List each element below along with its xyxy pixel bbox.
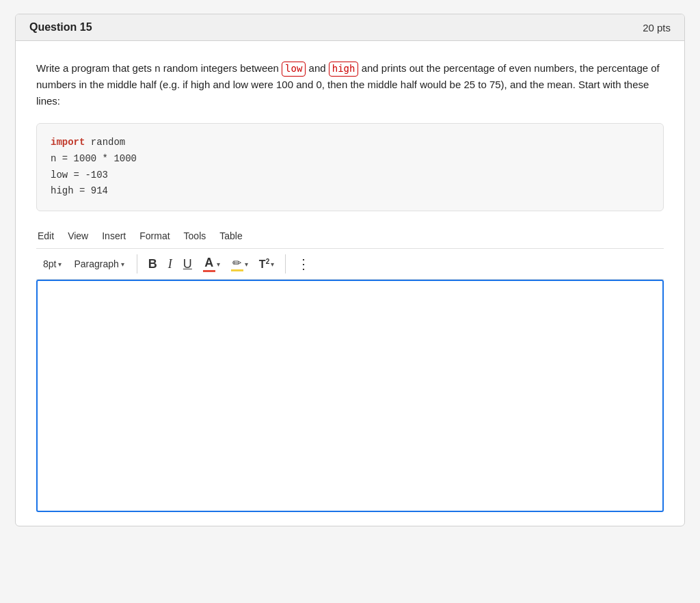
font-size-button[interactable]: 8pt ▾	[39, 256, 66, 272]
code-line-1: import random	[51, 135, 649, 151]
question-text-before-low: Write a program that gets n random integ…	[36, 62, 282, 74]
question-card: Question 15 20 pts Write a program that …	[15, 14, 685, 526]
paragraph-chevron-icon: ▾	[121, 260, 124, 268]
code-line-4: high = 914	[51, 183, 649, 200]
underline-icon: U	[183, 257, 192, 271]
underline-button[interactable]: U	[179, 254, 196, 274]
tag-low: low	[282, 62, 306, 77]
font-color-button[interactable]: A ▾	[199, 253, 224, 275]
bold-icon: B	[148, 257, 157, 271]
highlight-pencil-icon: ✏	[232, 256, 241, 269]
highlight-button[interactable]: ✏ ▾	[227, 254, 252, 274]
superscript-icon: T2	[259, 258, 269, 271]
menu-view[interactable]: View	[68, 230, 88, 241]
highlight-icon-wrapper: ✏	[231, 256, 243, 271]
superscript-button[interactable]: T2 ▾	[255, 255, 278, 273]
code-line-3: low = -103	[51, 168, 649, 184]
question-title: Question 15	[29, 21, 92, 34]
highlight-color-bar	[231, 269, 243, 271]
bold-button[interactable]: B	[144, 254, 161, 274]
tag-high: high	[329, 62, 359, 77]
toolbar-divider-1	[137, 254, 137, 273]
question-text-between: and	[306, 62, 328, 74]
paragraph-label: Paragraph	[74, 258, 118, 269]
italic-icon: I	[168, 257, 172, 271]
font-color-chevron-icon: ▾	[217, 260, 220, 268]
card-body: Write a program that gets n random integ…	[16, 41, 684, 526]
italic-button[interactable]: I	[164, 254, 176, 274]
font-size-chevron-icon: ▾	[58, 260, 62, 268]
code-line-1-rest: random	[85, 137, 125, 148]
code-keyword-import: import	[51, 137, 85, 148]
paragraph-button[interactable]: Paragraph ▾	[68, 256, 129, 272]
card-header: Question 15 20 pts	[16, 14, 684, 41]
more-options-button[interactable]: ⋮	[293, 253, 315, 275]
editor-area[interactable]	[36, 280, 664, 512]
menu-tools[interactable]: Tools	[184, 230, 206, 241]
question-points: 20 pts	[643, 22, 671, 34]
toolbar-divider-2	[285, 254, 286, 273]
superscript-chevron-icon: ▾	[271, 260, 274, 268]
question-text: Write a program that gets n random integ…	[36, 60, 664, 109]
highlight-chevron-icon: ▾	[245, 260, 248, 268]
superscript-t-label: T	[259, 258, 266, 270]
menu-format[interactable]: Format	[139, 230, 170, 241]
font-color-a-label: A	[204, 256, 213, 270]
font-color-bar	[203, 270, 215, 272]
toolbar-formatting: 8pt ▾ Paragraph ▾ B I U A ▾	[36, 248, 664, 280]
more-options-icon: ⋮	[297, 256, 311, 272]
font-color-icon-wrapper: A	[203, 256, 215, 272]
superscript-num: 2	[266, 258, 270, 265]
code-block: import random n = 1000 * 1000 low = -103…	[36, 123, 664, 211]
toolbar-menu: Edit View Insert Format Tools Table	[36, 230, 664, 241]
menu-edit[interactable]: Edit	[38, 230, 54, 241]
font-size-value: 8pt	[43, 258, 56, 269]
menu-table[interactable]: Table	[219, 230, 242, 241]
code-line-2: n = 1000 * 1000	[51, 151, 649, 168]
menu-insert[interactable]: Insert	[102, 230, 126, 241]
